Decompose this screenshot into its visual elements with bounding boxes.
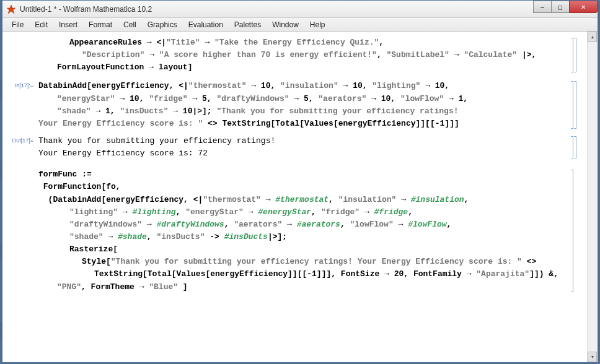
maximize-button[interactable]: □ bbox=[551, 1, 570, 13]
menu-window[interactable]: Window bbox=[267, 19, 304, 30]
cell-bracket[interactable] bbox=[567, 135, 575, 160]
cell-bracket[interactable] bbox=[567, 168, 575, 293]
window-edge-hint bbox=[0, 241, 2, 260]
cell-bracket[interactable] bbox=[567, 80, 575, 130]
cell-formfunc[interactable]: formFunc := FormFunction[fo, (DatabinAdd… bbox=[7, 168, 575, 293]
menu-cell[interactable]: Cell bbox=[118, 19, 142, 30]
vertical-scrollbar[interactable]: ▴ ▾ bbox=[587, 32, 598, 362]
scroll-up-icon[interactable]: ▴ bbox=[588, 32, 597, 42]
cell-body-formfunc[interactable]: formFunc := FormFunction[fo, (DatabinAdd… bbox=[38, 168, 567, 293]
menu-evaluation[interactable]: Evaluation bbox=[183, 19, 229, 30]
menu-palettes[interactable]: Palettes bbox=[229, 19, 267, 30]
window-controls: — □ ✕ bbox=[534, 1, 598, 13]
close-button[interactable]: ✕ bbox=[569, 1, 598, 13]
main-window: Untitled-1 * - Wolfram Mathematica 10.2 … bbox=[2, 0, 598, 363]
in-label: In[17]:= bbox=[7, 80, 38, 130]
cell-body-out17[interactable]: Thank you for submitting your efficiency… bbox=[38, 135, 567, 160]
cell-in17[interactable]: In[17]:= DatabinAdd[energyEfficiency, <|… bbox=[7, 80, 575, 130]
menubar: File Edit Insert Format Cell Graphics Ev… bbox=[2, 18, 598, 32]
window-edge-hint bbox=[0, 161, 2, 180]
out-label: Out[17]= bbox=[7, 135, 38, 160]
content-area: AppearanceRules → <|"Title" → "Take the … bbox=[2, 32, 598, 362]
cell-label-empty bbox=[7, 168, 38, 293]
window-title: Untitled-1 * - Wolfram Mathematica 10.2 bbox=[20, 5, 152, 14]
notebook[interactable]: AppearanceRules → <|"Title" → "Take the … bbox=[2, 32, 587, 362]
cell-preamble[interactable]: AppearanceRules → <|"Title" → "Take the … bbox=[7, 37, 575, 74]
cell-bracket[interactable] bbox=[567, 37, 575, 74]
menu-format[interactable]: Format bbox=[83, 19, 118, 30]
svg-marker-0 bbox=[7, 5, 15, 14]
app-icon bbox=[6, 4, 16, 14]
menu-file[interactable]: File bbox=[6, 19, 29, 30]
minimize-button[interactable]: — bbox=[533, 1, 552, 13]
menu-insert[interactable]: Insert bbox=[53, 19, 83, 30]
menu-help[interactable]: Help bbox=[304, 19, 331, 30]
cell-body-preamble[interactable]: AppearanceRules → <|"Title" → "Take the … bbox=[38, 37, 567, 74]
scroll-down-icon[interactable]: ▾ bbox=[588, 352, 597, 362]
cell-body-in17[interactable]: DatabinAdd[energyEfficiency, <|"thermost… bbox=[38, 80, 567, 130]
menu-edit[interactable]: Edit bbox=[29, 19, 53, 30]
cell-label-empty bbox=[7, 37, 38, 74]
window-edge-hint bbox=[0, 322, 2, 340]
menu-graphics[interactable]: Graphics bbox=[142, 19, 183, 30]
titlebar[interactable]: Untitled-1 * - Wolfram Mathematica 10.2 … bbox=[2, 1, 598, 18]
cell-out17[interactable]: Out[17]= Thank you for submitting your e… bbox=[7, 135, 575, 160]
window-edge-hint bbox=[0, 80, 2, 99]
